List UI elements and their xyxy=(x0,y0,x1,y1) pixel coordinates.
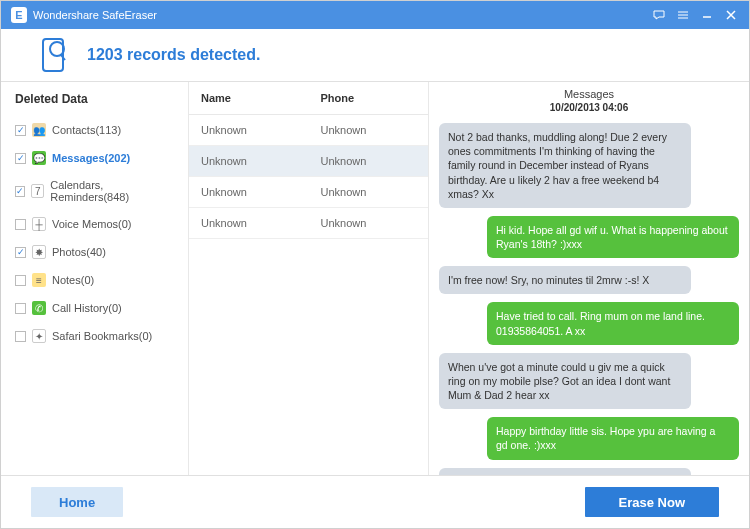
checkbox[interactable]: ✓ xyxy=(15,125,26,136)
erase-now-button[interactable]: Erase Now xyxy=(585,487,719,517)
cell-name: Unknown xyxy=(189,177,309,207)
app-window: E Wondershare SafeEraser 1203 records de… xyxy=(0,0,750,529)
home-button[interactable]: Home xyxy=(31,487,123,517)
voice-icon: ┼ xyxy=(32,217,46,231)
sidebar-item-label: Calendars, Reminders(848) xyxy=(50,179,174,203)
sidebar-item-calendar[interactable]: ✓7Calendars, Reminders(848) xyxy=(1,172,188,210)
message-bubble-out: Hi kid. Hope all gd wif u. What is happe… xyxy=(487,216,739,258)
scan-phone-icon xyxy=(39,37,67,73)
cell-phone: Unknown xyxy=(309,177,429,207)
footer: Home Erase Now xyxy=(1,476,749,528)
checkbox[interactable]: ✓ xyxy=(15,153,26,164)
cell-name: Unknown xyxy=(189,208,309,238)
svg-point-1 xyxy=(50,42,64,56)
messages-icon: 💬 xyxy=(32,151,46,165)
table-row[interactable]: UnknownUnknown xyxy=(189,115,428,146)
sidebar-item-notes[interactable]: ≡Notes(0) xyxy=(1,266,188,294)
contacts-icon: 👥 xyxy=(32,123,46,137)
sidebar-item-label: Messages(202) xyxy=(52,152,130,164)
sidebar-item-messages[interactable]: ✓💬Messages(202) xyxy=(1,144,188,172)
message-bubble-in: Not 2 bad thanks, muddling along! Due 2 … xyxy=(439,123,691,208)
message-list: Not 2 bad thanks, muddling along! Due 2 … xyxy=(429,119,749,475)
message-preview: Messages 10/20/2013 04:06 Not 2 bad than… xyxy=(429,82,749,475)
sidebar-item-label: Safari Bookmarks(0) xyxy=(52,330,152,342)
sidebar: Deleted Data ✓👥Contacts(113)✓💬Messages(2… xyxy=(1,82,189,475)
sidebar-item-photos[interactable]: ✓✸Photos(40) xyxy=(1,238,188,266)
col-name: Name xyxy=(189,82,309,114)
checkbox[interactable]: ✓ xyxy=(15,186,25,197)
checkbox[interactable]: ✓ xyxy=(15,247,26,258)
feedback-icon[interactable] xyxy=(651,7,667,23)
checkbox[interactable] xyxy=(15,303,26,314)
call-icon: ✆ xyxy=(32,301,46,315)
sidebar-item-contacts[interactable]: ✓👥Contacts(113) xyxy=(1,116,188,144)
sidebar-header: Deleted Data xyxy=(1,82,188,114)
cell-phone: Unknown xyxy=(309,115,429,145)
col-phone: Phone xyxy=(309,82,429,114)
content-area: Deleted Data ✓👥Contacts(113)✓💬Messages(2… xyxy=(1,81,749,476)
table-row[interactable]: UnknownUnknown xyxy=(189,177,428,208)
sidebar-item-label: Voice Memos(0) xyxy=(52,218,131,230)
sidebar-item-call[interactable]: ✆Call History(0) xyxy=(1,294,188,322)
sidebar-item-label: Photos(40) xyxy=(52,246,106,258)
records-headline: 1203 records detected. xyxy=(87,46,260,64)
message-bubble-in: Thank u 4 the lovely card - I feel even … xyxy=(439,468,691,475)
table-row[interactable]: UnknownUnknown xyxy=(189,208,428,239)
calendar-icon: 7 xyxy=(31,184,44,198)
safari-icon: ✦ xyxy=(32,329,46,343)
sidebar-item-voice[interactable]: ┼Voice Memos(0) xyxy=(1,210,188,238)
minimize-icon[interactable] xyxy=(699,7,715,23)
cell-name: Unknown xyxy=(189,146,309,176)
app-title: Wondershare SafeEraser xyxy=(33,9,157,21)
message-bubble-in: When u've got a minute could u giv me a … xyxy=(439,353,691,410)
table-row[interactable]: UnknownUnknown xyxy=(189,146,428,177)
preview-timestamp: 10/20/2013 04:06 xyxy=(429,102,749,119)
sidebar-item-label: Notes(0) xyxy=(52,274,94,286)
banner: 1203 records detected. xyxy=(1,29,749,81)
close-icon[interactable] xyxy=(723,7,739,23)
record-table: Name Phone UnknownUnknownUnknownUnknownU… xyxy=(189,82,429,475)
message-bubble-in: I'm free now! Sry, no minutes til 2mrw :… xyxy=(439,266,691,294)
menu-icon[interactable] xyxy=(675,7,691,23)
cell-phone: Unknown xyxy=(309,146,429,176)
sidebar-item-safari[interactable]: ✦Safari Bookmarks(0) xyxy=(1,322,188,350)
table-header-row: Name Phone xyxy=(189,82,428,115)
sidebar-item-label: Contacts(113) xyxy=(52,124,121,136)
message-bubble-out: Happy birthday little sis. Hope ypu are … xyxy=(487,417,739,459)
message-bubble-out: Have tried to call. Ring mum on me land … xyxy=(487,302,739,344)
notes-icon: ≡ xyxy=(32,273,46,287)
app-logo-icon: E xyxy=(11,7,27,23)
checkbox[interactable] xyxy=(15,219,26,230)
photos-icon: ✸ xyxy=(32,245,46,259)
sidebar-items: ✓👥Contacts(113)✓💬Messages(202)✓7Calendar… xyxy=(1,114,188,352)
checkbox[interactable] xyxy=(15,275,26,286)
cell-name: Unknown xyxy=(189,115,309,145)
preview-title: Messages xyxy=(429,82,749,102)
checkbox[interactable] xyxy=(15,331,26,342)
titlebar: E Wondershare SafeEraser xyxy=(1,1,749,29)
sidebar-item-label: Call History(0) xyxy=(52,302,122,314)
cell-phone: Unknown xyxy=(309,208,429,238)
